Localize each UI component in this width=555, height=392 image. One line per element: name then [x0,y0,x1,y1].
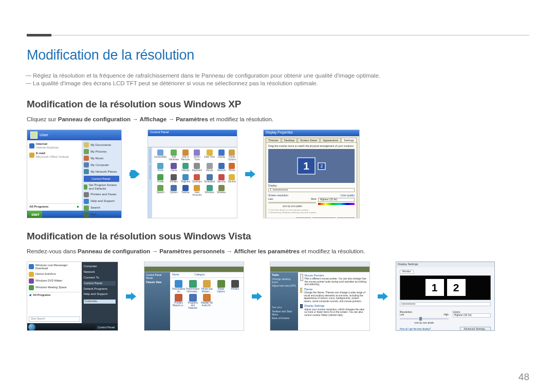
note-1: Réglez la résolution et la fréquence de … [27,72,529,79]
xp-gallery: User InternetInternet Explorer E-mailMic… [27,129,529,218]
arrow-icon [244,167,257,181]
section-title-xp: Modification de la résolution sous Windo… [27,99,529,110]
vista-gallery: Windows Live Messenger DownloadNorton An… [27,262,529,331]
vista-instruction: Rendez-vous dans Panneau de configuratio… [27,248,529,254]
section-title-vista: Modification de la résolution sous Windo… [27,231,529,242]
header-rule [27,35,529,35]
xp-screenshot-start-menu: User InternetInternet Explorer E-mailMic… [27,129,122,218]
header-rule-accent [27,34,51,36]
arrow-icon [250,290,264,303]
vista-screenshot-start-menu: Windows Live Messenger DownloadNorton An… [27,262,118,331]
vista-screenshot-control-panel: Control Panel HomeClassic View NameCateg… [144,262,244,331]
page-title: Modification de la résolution [27,47,529,63]
arrow-icon [376,290,390,303]
xp-screenshot-control-panel: Control Panel AccessibilityAdd HardwareA… [147,129,237,218]
xp-screenshot-display-properties: Display Properties ThemesDesktopScreen S… [263,129,360,218]
arrow-icon [128,167,141,181]
xp-instruction: Cliquez sur Panneau de configuration → A… [27,116,529,122]
vista-screenshot-personalization: Tasks Change desktop icons Adjust font s… [270,262,370,331]
arrow-icon [124,290,138,303]
note-2: La qualité d'image des écrans LCD TFT pe… [27,80,529,86]
page-number: 48 [519,371,529,383]
vista-screenshot-display-settings: Display Settings Monitor 12 xxxxxxxxxxx … [396,262,495,331]
